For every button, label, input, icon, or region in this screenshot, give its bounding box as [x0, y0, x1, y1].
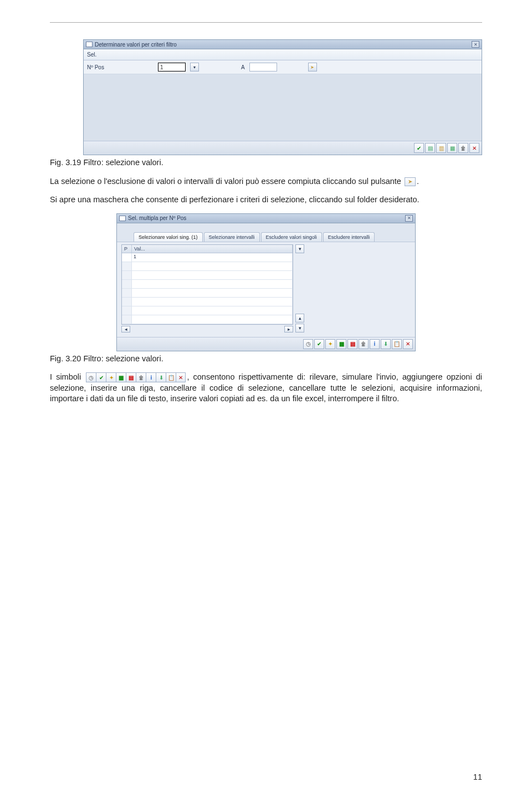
ok-check-button[interactable]: ✔	[414, 143, 424, 153]
clock-icon: ◷	[86, 372, 96, 382]
delete-all-button[interactable]: 🗑	[458, 143, 468, 153]
system-icon	[119, 216, 126, 221]
grid-vscroll: ▾ ▴ ▾	[295, 244, 304, 332]
paste-icon: 📋	[166, 372, 176, 382]
delete-row-button[interactable]: ▤	[347, 339, 357, 349]
cancel-button[interactable]: ✕	[403, 339, 413, 349]
figure-caption-319: Fig. 3.19 Filtro: selezione valori.	[50, 157, 482, 168]
grid-row-1[interactable]: 1	[122, 253, 293, 262]
grid-hscroll: ◂ ▸	[121, 326, 293, 332]
paragraph-1-text-b: .	[417, 177, 419, 186]
dialog1-body	[84, 74, 482, 141]
dialog1-close-button[interactable]: ✕	[472, 41, 479, 48]
options-icon: ✦	[106, 372, 116, 382]
grid-row-6[interactable]	[122, 298, 293, 306]
append-row-button[interactable]: ▦	[447, 143, 457, 153]
sel-label: Sel.	[87, 52, 96, 58]
paragraph-1-text-a: La selezione o l'esclusione di valori o …	[50, 177, 403, 186]
col-p: P	[122, 245, 132, 253]
grid-header: P Val...	[122, 245, 293, 253]
delete-row-icon: ▤	[126, 372, 136, 382]
paragraph-2: Si apre una maschera che consente di per…	[50, 195, 482, 206]
dialog2-titlebar: Sel. multipla per Nº Pos ✕	[117, 214, 415, 223]
col-val: Val...	[132, 245, 293, 253]
page-number: 11	[473, 773, 482, 781]
dialog1-title: Determinare valori per criteri filtro	[95, 42, 177, 48]
grid-row-2[interactable]	[122, 262, 293, 271]
tab-select-single-values[interactable]: Selezionare valori sing. (1)	[134, 232, 203, 242]
paragraph-1: La selezione o l'esclusione di valori o …	[50, 176, 482, 187]
dialog2-grid-area: P Val... 1	[117, 242, 415, 337]
insert-row-button[interactable]: ▦	[336, 339, 346, 349]
trash-icon: 🗑	[136, 372, 146, 382]
dialog1-titlebar: Determinare valori per criteri filtro ✕	[84, 40, 482, 49]
dialog2-footer: ◷ ✔ ✦ ▦ ▤ 🗑 i ⬇ 📋 ✕	[117, 337, 415, 351]
grid-row-8[interactable]	[122, 315, 293, 324]
dialog2-close-button[interactable]: ✕	[405, 215, 413, 222]
paragraph-3: I simboli ◷ ✔ ✦ ▦ ▤ 🗑 i ⬇ 📋 ✕ , consento…	[50, 372, 482, 405]
to-label: A	[241, 64, 245, 70]
grid-row-4[interactable]	[122, 280, 293, 289]
info-button[interactable]: i	[370, 339, 380, 349]
dialog2-title: Sel. multipla per Nº Pos	[128, 215, 186, 221]
delete-row-button[interactable]: ▥	[436, 143, 446, 153]
tab-exclude-single-values[interactable]: Escludere valori singoli	[261, 232, 322, 242]
scroll-left-button[interactable]: ◂	[121, 326, 130, 332]
multiple-selection-icon: ➤	[405, 177, 416, 186]
scroll-down-button[interactable]: ▾	[295, 324, 304, 332]
insert-row-button[interactable]: ▤	[425, 143, 435, 153]
dialog-determine-filter-values: Determinare valori per criteri filtro ✕ …	[83, 39, 482, 155]
check-icon: ✔	[96, 372, 106, 382]
scroll-up-button[interactable]: ▴	[295, 314, 304, 323]
system-icon	[86, 42, 93, 47]
field-label-nopos: Nº Pos	[87, 64, 154, 70]
dialog-multiple-selection: Sel. multipla per Nº Pos ✕ Selezionare v…	[116, 213, 416, 351]
options-button[interactable]: ✦	[325, 339, 335, 349]
dialog1-header-row: Sel.	[84, 49, 482, 60]
import-text-icon: ⬇	[156, 372, 166, 382]
trash-button[interactable]: 🗑	[359, 339, 369, 349]
values-grid: P Val... 1	[121, 244, 293, 325]
tab-exclude-intervals[interactable]: Escludere intervalli	[323, 232, 375, 242]
paragraph-3-text-a: I simboli	[50, 372, 85, 381]
tab-select-intervals[interactable]: Selezionare intervalli	[204, 232, 260, 242]
dialog2-tabs: Selezionare valori sing. (1) Selezionare…	[117, 229, 415, 242]
cancel-button[interactable]: ✕	[469, 143, 479, 153]
clock-button[interactable]: ◷	[303, 339, 313, 349]
paste-button[interactable]: 📋	[392, 339, 402, 349]
page-top-rule	[50, 22, 482, 23]
check-button[interactable]: ✔	[314, 339, 324, 349]
dialog1-footer: ✔ ▤ ▥ ▦ 🗑 ✕	[84, 141, 482, 155]
from-value-input[interactable]	[158, 63, 186, 71]
insert-row-icon: ▦	[116, 372, 126, 382]
grid-row-7[interactable]	[122, 306, 293, 315]
to-value-input[interactable]	[249, 63, 277, 71]
scroll-right-button[interactable]: ▸	[284, 326, 293, 332]
value-help-button[interactable]: ▾	[295, 244, 304, 253]
grid-row-5[interactable]	[122, 289, 293, 298]
from-value-help-button[interactable]: ▾	[190, 63, 199, 71]
toolbar-icons-inline: ◷ ✔ ✦ ▦ ▤ 🗑 i ⬇ 📋 ✕	[86, 372, 186, 382]
figure-caption-320: Fig. 3.20 Filtro: selezione valori.	[50, 354, 482, 365]
multiple-selection-button[interactable]: ➤	[308, 63, 317, 71]
info-icon: i	[146, 372, 156, 382]
dialog1-criteria-row: Nº Pos ▾ A ➤	[84, 60, 482, 74]
import-text-button[interactable]: ⬇	[381, 339, 391, 349]
grid-row-3[interactable]	[122, 271, 293, 280]
cancel-icon: ✕	[176, 372, 186, 382]
grid-cell-1[interactable]: 1	[132, 253, 293, 262]
